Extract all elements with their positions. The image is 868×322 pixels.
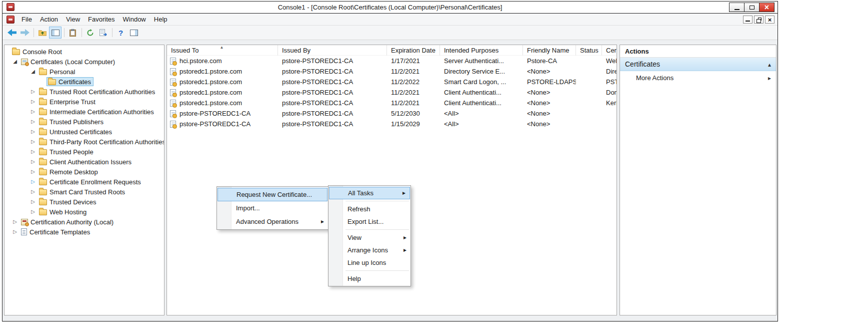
tree-item-label: Trusted Devices <box>50 198 96 206</box>
tree-expander-icon[interactable] <box>28 117 38 127</box>
column-header-intended-purposes[interactable]: Intended Purposes <box>440 45 523 56</box>
tree-expander-icon[interactable] <box>28 127 38 137</box>
tree-item-remote-desktop[interactable]: Remote Desktop <box>4 167 164 177</box>
tree-item-smart-card-trusted-roots[interactable]: Smart Card Trusted Roots <box>4 187 164 197</box>
column-header-status[interactable]: Status <box>576 45 602 56</box>
menubar-item-window[interactable]: Window <box>119 14 150 25</box>
menu-item-refresh[interactable]: Refresh <box>328 203 410 215</box>
tree-expander-icon[interactable] <box>28 137 38 147</box>
tree-item-certificates-local-computer[interactable]: Certificates (Local Computer) <box>4 57 164 67</box>
tree-expander-icon[interactable] <box>28 197 38 207</box>
menu-item-advanced-operations[interactable]: Advanced Operations <box>217 215 328 228</box>
tree-expander-icon[interactable] <box>28 87 38 97</box>
menu-item-export-list[interactable]: Export List... <box>328 215 410 228</box>
menu-item-line-up-icons[interactable]: Line up Icons <box>328 256 410 269</box>
tree-item-label: Intermediate Certification Authorities <box>50 108 154 116</box>
child-restore-button[interactable] <box>754 16 764 24</box>
tree-expander-icon[interactable] <box>28 157 38 167</box>
up-one-level-button[interactable] <box>36 27 48 39</box>
certificate-row[interactable]: pstoredc1.pstore.compstore-PSTOREDC1-CA1… <box>167 87 616 98</box>
column-header-issued-to[interactable]: Issued To <box>167 45 278 56</box>
tree-item-certificate-enrollment-requests[interactable]: Certificate Enrollment Requests <box>4 177 164 187</box>
menu-item-arrange-icons[interactable]: Arrange Icons <box>328 244 410 256</box>
paste-button[interactable] <box>66 27 79 39</box>
tree-item-certification-authority-local[interactable]: Certification Authority (Local) <box>4 217 164 227</box>
child-close-button[interactable] <box>765 16 774 24</box>
menubar-item-file[interactable]: File <box>18 14 36 25</box>
tree-item-trusted-root-certification-authorities[interactable]: Trusted Root Certification Authorities <box>4 87 164 97</box>
refresh-button[interactable] <box>84 27 96 39</box>
tree-expander-icon[interactable] <box>10 227 20 237</box>
tree-item-web-hosting[interactable]: Web Hosting <box>4 207 164 217</box>
back-button[interactable] <box>6 27 18 39</box>
menu-item-help[interactable]: Help <box>328 272 410 285</box>
tree-item-trusted-devices[interactable]: Trusted Devices <box>4 197 164 207</box>
certificate-row[interactable]: pstore-PSTOREDC1-CApstore-PSTOREDC1-CA5/… <box>167 108 616 119</box>
tree-node: Certificates <box>46 77 94 86</box>
maximize-button[interactable] <box>744 3 760 12</box>
tree-item-trusted-people[interactable]: Trusted People <box>4 147 164 157</box>
tree-expander-icon[interactable] <box>28 97 38 107</box>
column-header-expiration-date[interactable]: Expiration Date <box>387 45 440 56</box>
column-header-issued-by[interactable]: Issued By <box>278 45 387 56</box>
help-button[interactable] <box>114 27 127 39</box>
collapse-section-icon[interactable] <box>768 60 771 68</box>
tree-item-label: Certificate Templates <box>30 228 90 236</box>
child-minimize-button[interactable] <box>743 16 752 24</box>
menu-item-request-new-certificate[interactable]: Request New Certificate... <box>218 188 328 201</box>
menubar-item-favorites[interactable]: Favorites <box>84 14 118 25</box>
tree-item-enterprise-trust[interactable]: Enterprise Trust <box>4 97 164 107</box>
column-header-certi[interactable]: Certi <box>602 45 617 56</box>
back-arrow-icon <box>8 29 16 36</box>
menubar-item-help[interactable]: Help <box>150 14 172 25</box>
tree-item-certificate-templates[interactable]: Certificate Templates <box>4 227 164 237</box>
tree-expander-icon[interactable] <box>10 57 20 67</box>
console-menu-icon[interactable] <box>6 16 14 24</box>
tree-expander-icon[interactable] <box>28 147 38 157</box>
title-bar[interactable]: Console1 - [Console Root\Certificates (L… <box>2 2 778 14</box>
forward-button[interactable] <box>18 27 31 39</box>
menubar-item-view[interactable]: View <box>62 14 84 25</box>
tree-expander-icon[interactable] <box>28 67 38 77</box>
column-header-friendly-name[interactable]: Friendly Name <box>523 45 576 56</box>
certificate-row[interactable]: pstore-PSTOREDC1-CApstore-PSTOREDC1-CA1/… <box>167 119 616 129</box>
certificate-row[interactable]: pstoredc1.pstore.compstore-PSTOREDC1-CA1… <box>167 98 616 108</box>
tree-item-label: Certificates (Local Computer) <box>30 58 115 66</box>
forward-arrow-icon <box>20 29 30 36</box>
more-actions-item[interactable]: More Actions <box>620 71 776 85</box>
menu-item-all-tasks[interactable]: All Tasks <box>329 187 410 199</box>
tree-item-label: Web Hosting <box>50 208 86 216</box>
tree-expander-icon[interactable] <box>10 217 20 227</box>
tree-item-third-party-root-certification-authorities[interactable]: Third-Party Root Certification Authoriti… <box>4 137 164 147</box>
tree-item-client-authentication-issuers[interactable]: Client Authentication Issuers <box>4 157 164 167</box>
cell-expiration-date: 11/2/2022 <box>387 77 440 87</box>
menubar-item-action[interactable]: Action <box>36 14 62 25</box>
menu-separator <box>346 201 409 201</box>
certificate-row[interactable]: pstoredc1.pstore.compstore-PSTOREDC1-CA1… <box>167 77 616 87</box>
tree-expander-icon[interactable] <box>28 107 38 117</box>
tree-item-trusted-publishers[interactable]: Trusted Publishers <box>4 117 164 127</box>
tree-item-certificates[interactable]: Certificates <box>4 77 164 87</box>
tree-expander-icon[interactable] <box>28 177 38 187</box>
templates-icon <box>21 228 27 235</box>
cell-issued-to: pstoredc1.pstore.com <box>167 66 278 77</box>
tree-expander-icon[interactable] <box>28 207 38 217</box>
export-list-button[interactable] <box>97 27 110 39</box>
tree-expander-icon[interactable] <box>28 187 38 197</box>
close-button[interactable] <box>759 3 774 12</box>
tree-item-untrusted-certificates[interactable]: Untrusted Certificates <box>4 127 164 137</box>
show-hide-console-tree-button[interactable] <box>49 27 62 39</box>
actions-section-header[interactable]: Certificates <box>620 58 776 71</box>
tree-item-personal[interactable]: Personal <box>4 67 164 77</box>
tree-expander-icon[interactable] <box>28 167 38 177</box>
menu-item-view[interactable]: View <box>328 231 410 244</box>
minimize-button[interactable] <box>729 3 744 12</box>
console-tree-panel-icon <box>52 30 60 36</box>
cell-certi: PSTO <box>602 77 617 87</box>
certificate-row[interactable]: pstoredc1.pstore.compstore-PSTOREDC1-CA1… <box>167 66 616 77</box>
show-hide-action-pane-button[interactable] <box>128 27 140 39</box>
menu-item-import[interactable]: Import... <box>217 201 328 215</box>
tree-item-console-root[interactable]: Console Root <box>4 47 164 57</box>
tree-item-intermediate-certification-authorities[interactable]: Intermediate Certification Authorities <box>4 107 164 117</box>
certificate-row[interactable]: hci.pstore.compstore-PSTOREDC1-CA1/17/20… <box>167 56 616 66</box>
